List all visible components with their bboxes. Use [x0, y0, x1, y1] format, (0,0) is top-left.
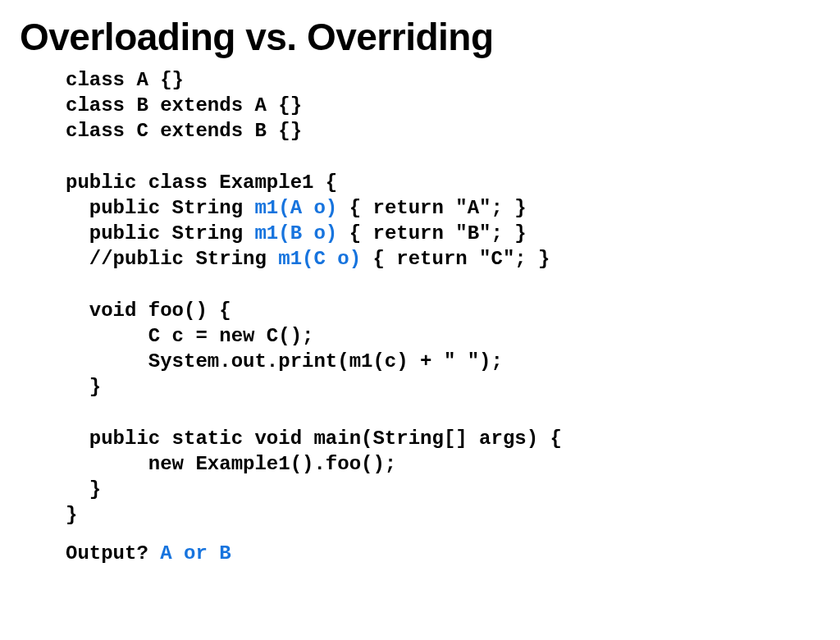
code-block: class A {} class B extends A {} class C …	[66, 67, 820, 528]
output-prompt: Output? A or B	[66, 542, 820, 565]
slide-title: Overloading vs. Overriding	[20, 15, 820, 59]
code-line: }	[66, 478, 101, 501]
code-line: class B extends A {}	[66, 94, 302, 117]
code-line: public static void main(String[] args) {	[66, 427, 562, 450]
code-line-prefix: public String	[66, 197, 254, 219]
code-line-suffix: { return "A"; }	[337, 197, 526, 219]
method-signature-b: m1(B o)	[254, 222, 337, 245]
method-signature-c: m1(C o)	[278, 248, 361, 270]
code-line: }	[66, 504, 77, 526]
code-line-prefix: public String	[66, 222, 254, 245]
prompt-answer: A or B	[160, 542, 231, 565]
slide: Overloading vs. Overriding class A {} cl…	[0, 0, 840, 640]
method-signature-a: m1(A o)	[254, 197, 337, 219]
prompt-question: Output?	[66, 542, 160, 565]
code-line: class C extends B {}	[66, 120, 302, 142]
code-line-suffix: { return "B"; }	[337, 222, 526, 245]
code-line: class A {}	[66, 69, 184, 91]
code-line: public class Example1 {	[66, 171, 337, 194]
code-line: C c = new C();	[66, 325, 313, 347]
code-line-prefix: //public String	[66, 248, 278, 270]
code-line: System.out.print(m1(c) + " ");	[66, 350, 503, 373]
code-line: }	[66, 376, 101, 398]
code-line: new Example1().foo();	[66, 453, 396, 475]
code-line-suffix: { return "C"; }	[361, 248, 550, 270]
code-line: void foo() {	[66, 299, 231, 322]
